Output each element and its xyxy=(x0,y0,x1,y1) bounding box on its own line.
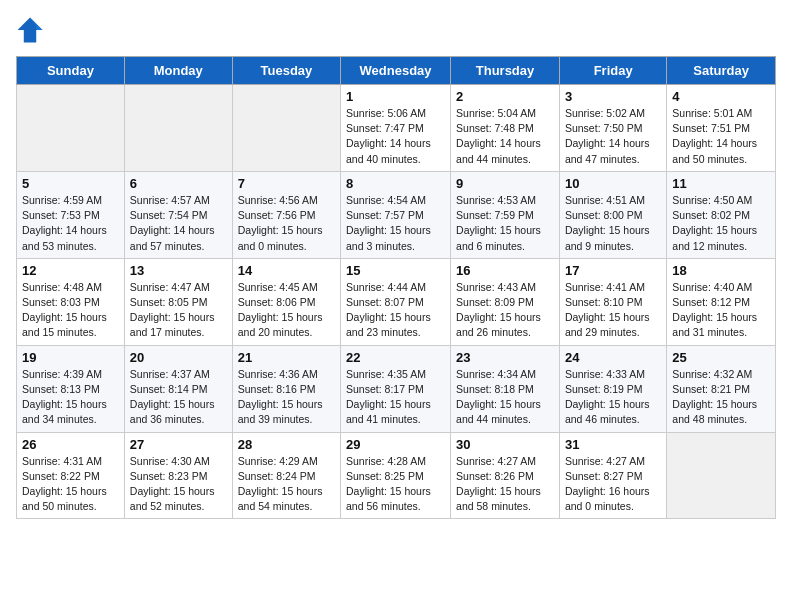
day-number: 29 xyxy=(346,437,445,452)
calendar-day-cell: 3Sunrise: 5:02 AMSunset: 7:50 PMDaylight… xyxy=(559,85,666,172)
day-number: 15 xyxy=(346,263,445,278)
calendar-day-cell: 1Sunrise: 5:06 AMSunset: 7:47 PMDaylight… xyxy=(341,85,451,172)
day-info: Sunrise: 4:33 AMSunset: 8:19 PMDaylight:… xyxy=(565,367,661,428)
calendar-week-row: 12Sunrise: 4:48 AMSunset: 8:03 PMDayligh… xyxy=(17,258,776,345)
calendar-day-cell: 26Sunrise: 4:31 AMSunset: 8:22 PMDayligh… xyxy=(17,432,125,519)
calendar-day-cell: 31Sunrise: 4:27 AMSunset: 8:27 PMDayligh… xyxy=(559,432,666,519)
day-info: Sunrise: 4:53 AMSunset: 7:59 PMDaylight:… xyxy=(456,193,554,254)
day-info: Sunrise: 5:06 AMSunset: 7:47 PMDaylight:… xyxy=(346,106,445,167)
day-info: Sunrise: 4:56 AMSunset: 7:56 PMDaylight:… xyxy=(238,193,335,254)
calendar-day-cell: 10Sunrise: 4:51 AMSunset: 8:00 PMDayligh… xyxy=(559,171,666,258)
calendar-header-row: SundayMondayTuesdayWednesdayThursdayFrid… xyxy=(17,57,776,85)
day-info: Sunrise: 4:30 AMSunset: 8:23 PMDaylight:… xyxy=(130,454,227,515)
calendar-day-cell xyxy=(17,85,125,172)
day-number: 14 xyxy=(238,263,335,278)
calendar-day-cell: 29Sunrise: 4:28 AMSunset: 8:25 PMDayligh… xyxy=(341,432,451,519)
day-number: 4 xyxy=(672,89,770,104)
calendar-day-cell xyxy=(667,432,776,519)
day-info: Sunrise: 4:45 AMSunset: 8:06 PMDaylight:… xyxy=(238,280,335,341)
day-info: Sunrise: 4:44 AMSunset: 8:07 PMDaylight:… xyxy=(346,280,445,341)
day-number: 24 xyxy=(565,350,661,365)
calendar-week-row: 19Sunrise: 4:39 AMSunset: 8:13 PMDayligh… xyxy=(17,345,776,432)
day-info: Sunrise: 4:47 AMSunset: 8:05 PMDaylight:… xyxy=(130,280,227,341)
page-header xyxy=(16,16,776,44)
calendar-day-cell: 27Sunrise: 4:30 AMSunset: 8:23 PMDayligh… xyxy=(124,432,232,519)
day-number: 9 xyxy=(456,176,554,191)
day-info: Sunrise: 4:35 AMSunset: 8:17 PMDaylight:… xyxy=(346,367,445,428)
calendar-day-cell: 5Sunrise: 4:59 AMSunset: 7:53 PMDaylight… xyxy=(17,171,125,258)
calendar-day-cell: 14Sunrise: 4:45 AMSunset: 8:06 PMDayligh… xyxy=(232,258,340,345)
day-info: Sunrise: 4:48 AMSunset: 8:03 PMDaylight:… xyxy=(22,280,119,341)
calendar-day-cell: 21Sunrise: 4:36 AMSunset: 8:16 PMDayligh… xyxy=(232,345,340,432)
calendar-day-cell: 6Sunrise: 4:57 AMSunset: 7:54 PMDaylight… xyxy=(124,171,232,258)
day-number: 2 xyxy=(456,89,554,104)
day-info: Sunrise: 4:31 AMSunset: 8:22 PMDaylight:… xyxy=(22,454,119,515)
day-number: 26 xyxy=(22,437,119,452)
day-number: 11 xyxy=(672,176,770,191)
day-number: 1 xyxy=(346,89,445,104)
calendar-day-cell: 18Sunrise: 4:40 AMSunset: 8:12 PMDayligh… xyxy=(667,258,776,345)
logo xyxy=(16,16,48,44)
calendar-day-cell: 16Sunrise: 4:43 AMSunset: 8:09 PMDayligh… xyxy=(451,258,560,345)
calendar-week-row: 5Sunrise: 4:59 AMSunset: 7:53 PMDaylight… xyxy=(17,171,776,258)
day-info: Sunrise: 4:57 AMSunset: 7:54 PMDaylight:… xyxy=(130,193,227,254)
day-number: 8 xyxy=(346,176,445,191)
day-number: 31 xyxy=(565,437,661,452)
day-number: 19 xyxy=(22,350,119,365)
day-of-week-header: Monday xyxy=(124,57,232,85)
calendar-day-cell: 25Sunrise: 4:32 AMSunset: 8:21 PMDayligh… xyxy=(667,345,776,432)
day-of-week-header: Friday xyxy=(559,57,666,85)
day-number: 16 xyxy=(456,263,554,278)
day-number: 20 xyxy=(130,350,227,365)
day-info: Sunrise: 4:37 AMSunset: 8:14 PMDaylight:… xyxy=(130,367,227,428)
day-number: 5 xyxy=(22,176,119,191)
day-number: 6 xyxy=(130,176,227,191)
calendar-day-cell: 2Sunrise: 5:04 AMSunset: 7:48 PMDaylight… xyxy=(451,85,560,172)
day-info: Sunrise: 5:01 AMSunset: 7:51 PMDaylight:… xyxy=(672,106,770,167)
calendar-day-cell: 15Sunrise: 4:44 AMSunset: 8:07 PMDayligh… xyxy=(341,258,451,345)
day-info: Sunrise: 4:32 AMSunset: 8:21 PMDaylight:… xyxy=(672,367,770,428)
day-of-week-header: Saturday xyxy=(667,57,776,85)
day-number: 22 xyxy=(346,350,445,365)
day-info: Sunrise: 5:04 AMSunset: 7:48 PMDaylight:… xyxy=(456,106,554,167)
day-info: Sunrise: 5:02 AMSunset: 7:50 PMDaylight:… xyxy=(565,106,661,167)
day-number: 28 xyxy=(238,437,335,452)
calendar-day-cell: 4Sunrise: 5:01 AMSunset: 7:51 PMDaylight… xyxy=(667,85,776,172)
day-of-week-header: Sunday xyxy=(17,57,125,85)
day-info: Sunrise: 4:39 AMSunset: 8:13 PMDaylight:… xyxy=(22,367,119,428)
calendar-day-cell: 9Sunrise: 4:53 AMSunset: 7:59 PMDaylight… xyxy=(451,171,560,258)
day-number: 18 xyxy=(672,263,770,278)
day-info: Sunrise: 4:40 AMSunset: 8:12 PMDaylight:… xyxy=(672,280,770,341)
day-number: 27 xyxy=(130,437,227,452)
day-of-week-header: Wednesday xyxy=(341,57,451,85)
calendar-day-cell: 30Sunrise: 4:27 AMSunset: 8:26 PMDayligh… xyxy=(451,432,560,519)
calendar-day-cell: 12Sunrise: 4:48 AMSunset: 8:03 PMDayligh… xyxy=(17,258,125,345)
calendar-day-cell: 28Sunrise: 4:29 AMSunset: 8:24 PMDayligh… xyxy=(232,432,340,519)
day-info: Sunrise: 4:27 AMSunset: 8:26 PMDaylight:… xyxy=(456,454,554,515)
day-info: Sunrise: 4:59 AMSunset: 7:53 PMDaylight:… xyxy=(22,193,119,254)
day-info: Sunrise: 4:54 AMSunset: 7:57 PMDaylight:… xyxy=(346,193,445,254)
calendar-day-cell xyxy=(232,85,340,172)
calendar-day-cell: 17Sunrise: 4:41 AMSunset: 8:10 PMDayligh… xyxy=(559,258,666,345)
day-of-week-header: Thursday xyxy=(451,57,560,85)
day-info: Sunrise: 4:29 AMSunset: 8:24 PMDaylight:… xyxy=(238,454,335,515)
calendar-day-cell: 8Sunrise: 4:54 AMSunset: 7:57 PMDaylight… xyxy=(341,171,451,258)
calendar-day-cell: 22Sunrise: 4:35 AMSunset: 8:17 PMDayligh… xyxy=(341,345,451,432)
day-info: Sunrise: 4:36 AMSunset: 8:16 PMDaylight:… xyxy=(238,367,335,428)
calendar-day-cell: 19Sunrise: 4:39 AMSunset: 8:13 PMDayligh… xyxy=(17,345,125,432)
logo-icon xyxy=(16,16,44,44)
calendar-week-row: 26Sunrise: 4:31 AMSunset: 8:22 PMDayligh… xyxy=(17,432,776,519)
day-info: Sunrise: 4:41 AMSunset: 8:10 PMDaylight:… xyxy=(565,280,661,341)
day-info: Sunrise: 4:50 AMSunset: 8:02 PMDaylight:… xyxy=(672,193,770,254)
day-info: Sunrise: 4:51 AMSunset: 8:00 PMDaylight:… xyxy=(565,193,661,254)
day-info: Sunrise: 4:27 AMSunset: 8:27 PMDaylight:… xyxy=(565,454,661,515)
day-number: 13 xyxy=(130,263,227,278)
calendar-day-cell xyxy=(124,85,232,172)
day-number: 3 xyxy=(565,89,661,104)
day-number: 25 xyxy=(672,350,770,365)
day-info: Sunrise: 4:43 AMSunset: 8:09 PMDaylight:… xyxy=(456,280,554,341)
calendar-day-cell: 20Sunrise: 4:37 AMSunset: 8:14 PMDayligh… xyxy=(124,345,232,432)
day-number: 10 xyxy=(565,176,661,191)
day-of-week-header: Tuesday xyxy=(232,57,340,85)
day-number: 23 xyxy=(456,350,554,365)
